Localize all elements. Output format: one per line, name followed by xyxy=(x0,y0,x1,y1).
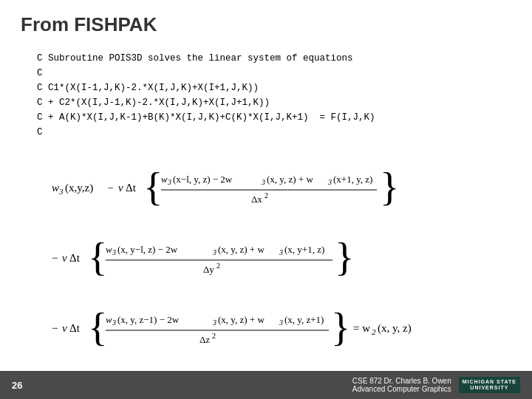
msu-logo: MICHIGAN STATE UNIVERSITY xyxy=(459,377,520,394)
svg-text:2: 2 xyxy=(216,262,220,270)
svg-text:−: − xyxy=(52,252,58,264)
code-block: C Subroutine POIS3D solves the linear sy… xyxy=(37,51,495,140)
footer-text: CSE 872 Dr. Charles B. Owen Advanced Com… xyxy=(352,377,451,393)
svg-text:w: w xyxy=(106,314,112,325)
svg-text:2: 2 xyxy=(212,332,216,340)
svg-text:2: 2 xyxy=(265,191,268,200)
svg-text:3: 3 xyxy=(212,318,216,327)
svg-text:(x+1, y, z): (x+1, y, z) xyxy=(333,174,372,185)
code-line-5: C + A(K)*X(I,J,K-1)+B(K)*X(I,J,K)+C(K)*X… xyxy=(37,110,495,125)
svg-text:w: w xyxy=(161,174,168,185)
svg-text:Δz: Δz xyxy=(200,334,210,345)
page-title: From FISHPAK xyxy=(21,13,157,35)
svg-text:(x, y, z+1): (x, y, z+1) xyxy=(284,314,324,325)
svg-text:Δt: Δt xyxy=(126,182,137,194)
code-line-1: C Subroutine POIS3D solves the linear sy… xyxy=(37,51,495,66)
footer-right: CSE 872 Dr. Charles B. Owen Advanced Com… xyxy=(352,377,520,394)
svg-text:w: w xyxy=(106,244,112,255)
svg-text:Δy: Δy xyxy=(203,264,214,275)
svg-text:Δt: Δt xyxy=(69,252,81,264)
svg-text:3: 3 xyxy=(212,248,216,256)
msu-text-line1: MICHIGAN STATE xyxy=(463,379,516,385)
svg-text:(x, y, z) + w: (x, y, z) + w xyxy=(267,174,313,185)
svg-text:v: v xyxy=(62,252,67,264)
svg-text:{: { xyxy=(88,304,107,349)
svg-text:(x, y−l, z) − 2w: (x, y−l, z) − 2w xyxy=(117,244,178,255)
code-line-4: C + C2*(X(I,J-1,K)-2.*X(I,J,K)+X(I,J+1,K… xyxy=(37,95,495,110)
svg-text:}: } xyxy=(331,304,350,349)
svg-text:(x,y,z): (x,y,z) xyxy=(65,182,93,194)
msu-text-line2: UNIVERSITY xyxy=(470,385,508,391)
svg-text:(x, y, z) + w: (x, y, z) + w xyxy=(218,244,265,255)
footer-line2: Advanced Computer Graphics xyxy=(352,385,451,393)
svg-text:2: 2 xyxy=(372,327,376,336)
svg-text:3: 3 xyxy=(327,178,332,186)
svg-text:v: v xyxy=(62,322,67,334)
svg-text:3: 3 xyxy=(58,187,64,196)
svg-text:Δt: Δt xyxy=(69,322,81,334)
svg-text:Δx: Δx xyxy=(251,194,262,205)
svg-text:3: 3 xyxy=(279,248,283,256)
svg-text:}: } xyxy=(380,164,399,209)
svg-text:(x, y, z−1) − 2w: (x, y, z−1) − 2w xyxy=(117,314,180,325)
svg-text:3: 3 xyxy=(279,318,283,327)
footer: 26 CSE 872 Dr. Charles B. Owen Advanced … xyxy=(0,371,532,399)
equation-svg: w 3 (x,y,z) − v Δt { w 3 (x−l, y, z) − 2… xyxy=(44,147,502,369)
svg-text:3: 3 xyxy=(112,248,116,256)
svg-text:(x, y, z): (x, y, z) xyxy=(378,322,412,335)
svg-text:{: { xyxy=(143,164,163,209)
svg-text:3: 3 xyxy=(112,318,116,327)
svg-text:(x−l, y, z) − 2w: (x−l, y, z) − 2w xyxy=(173,174,233,185)
svg-text:(x, y, z) + w: (x, y, z) + w xyxy=(218,314,265,325)
page-number: 26 xyxy=(12,380,22,391)
footer-line1: CSE 872 Dr. Charles B. Owen xyxy=(352,377,451,385)
code-line-2: C xyxy=(37,66,495,81)
svg-text:}: } xyxy=(335,234,354,279)
svg-text:−: − xyxy=(52,322,58,334)
svg-text:{: { xyxy=(88,234,107,279)
content-area: C Subroutine POIS3D solves the linear sy… xyxy=(0,44,532,376)
code-line-6: C xyxy=(37,125,495,140)
svg-text:v: v xyxy=(118,182,123,194)
title-bar: From FISHPAK xyxy=(0,0,532,44)
svg-text:(x, y+1, z): (x, y+1, z) xyxy=(284,244,324,255)
svg-text:= w: = w xyxy=(353,322,370,334)
svg-text:−: − xyxy=(107,182,113,194)
svg-text:3: 3 xyxy=(167,178,171,186)
svg-text:3: 3 xyxy=(261,178,265,186)
code-line-3: C C1*(X(I-1,J,K)-2.*X(I,J,K)+X(I+1,J,K)) xyxy=(37,81,495,95)
equations-area: w 3 (x,y,z) − v Δt { w 3 (x−l, y, z) − 2… xyxy=(37,147,495,369)
svg-text:w: w xyxy=(52,182,59,194)
slide: From FISHPAK C Subroutine POIS3D solves … xyxy=(0,0,532,399)
